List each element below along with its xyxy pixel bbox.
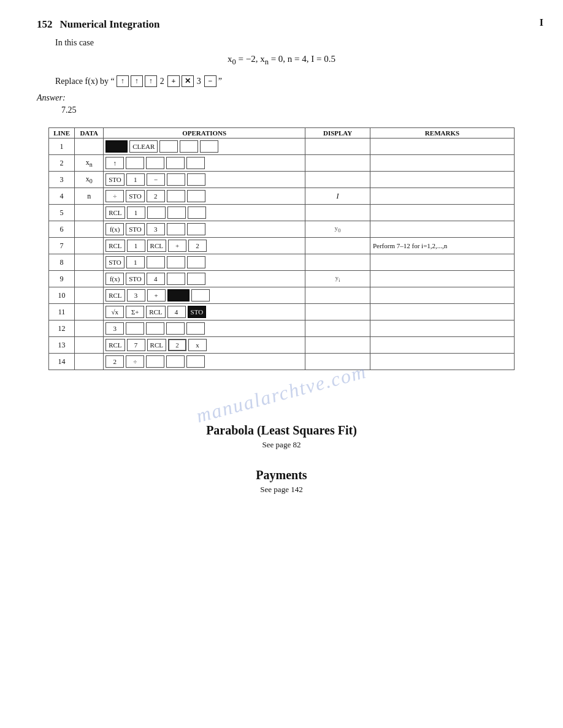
op-button[interactable]: f(x) [105, 223, 124, 235]
op-button[interactable] [105, 140, 128, 153]
op-button[interactable]: √x [105, 306, 124, 318]
op-button[interactable]: 3 [105, 322, 124, 335]
cell-ops: RCL3+ [104, 287, 305, 304]
op-button[interactable]: ÷ [105, 190, 124, 202]
op-button[interactable] [126, 322, 144, 335]
op-button[interactable] [186, 157, 205, 169]
op-button[interactable]: 3 [127, 289, 145, 301]
cell-remarks [370, 221, 514, 238]
section-title: Payments [37, 468, 526, 482]
op-button[interactable]: 1 [127, 207, 145, 219]
table-row: 7RCL1RCL+2Perform 7–12 for i=1,2,...,n [49, 238, 515, 254]
op-button[interactable]: f(x) [105, 273, 124, 285]
op-button[interactable]: x [188, 339, 207, 351]
op-button[interactable]: RCL [146, 306, 165, 318]
op-button[interactable] [147, 256, 165, 268]
cell-data [75, 320, 104, 337]
op-button[interactable] [167, 223, 185, 235]
cell-ops: f(x)STO4 [104, 271, 305, 287]
op-button[interactable] [188, 207, 206, 219]
op-button[interactable]: RCL [147, 339, 166, 351]
op-button[interactable] [186, 355, 205, 368]
op-button[interactable]: 2 [105, 355, 124, 368]
header-line: LINE [49, 128, 75, 138]
op-button[interactable]: ÷ [126, 355, 144, 368]
op-button[interactable]: 2 [188, 240, 207, 252]
op-button[interactable]: STO [105, 256, 124, 268]
op-button[interactable]: 7 [127, 339, 145, 351]
table-row: 10RCL3+ [49, 287, 515, 304]
replace-line: Replace f(x) by “ ↑ ↑ ↑ 2 + ✕ 3 − ” [55, 75, 526, 87]
op-button[interactable]: STO [105, 173, 124, 186]
op-button[interactable]: 4 [147, 273, 165, 285]
op-button[interactable]: RCL [105, 289, 124, 301]
cell-remarks [370, 188, 514, 205]
op-button[interactable]: RCL [147, 240, 166, 252]
op-button[interactable] [167, 289, 190, 301]
op-button[interactable]: − [147, 173, 165, 186]
op-button[interactable] [187, 273, 205, 285]
op-button[interactable]: RCL [105, 207, 124, 219]
op-button[interactable]: Σ+ [126, 306, 144, 318]
op-button[interactable]: + [168, 240, 186, 252]
op-button[interactable]: STO [126, 190, 145, 202]
cell-remarks [370, 271, 514, 287]
op-button[interactable] [166, 322, 185, 335]
cell-ops: √xΣ+RCL4STO [104, 304, 305, 320]
op-button[interactable]: 2 [168, 339, 186, 351]
op-button[interactable]: 2 [147, 190, 165, 202]
op-button[interactable] [191, 289, 210, 301]
op-button[interactable] [167, 173, 185, 186]
op-button[interactable] [166, 355, 185, 368]
op-button[interactable] [146, 322, 164, 335]
op-button[interactable] [186, 322, 205, 335]
cell-display [305, 238, 370, 254]
cell-display [305, 287, 370, 304]
op-button[interactable] [200, 140, 218, 153]
cell-data [75, 287, 104, 304]
op-button[interactable]: ↑ [105, 157, 124, 169]
table-row: 11√xΣ+RCL4STO [49, 304, 515, 320]
op-button[interactable]: STO [188, 306, 207, 318]
cell-line: 5 [49, 205, 75, 221]
op-button[interactable] [187, 223, 205, 235]
table-row: 9f(x)STO4yi [49, 271, 515, 287]
op-button[interactable] [146, 157, 164, 169]
op-button[interactable] [187, 173, 205, 186]
op-button[interactable]: 1 [127, 240, 145, 252]
op-button[interactable]: STO [126, 273, 145, 285]
cell-ops: STO1− [104, 172, 305, 188]
cell-line: 14 [49, 354, 75, 370]
op-button[interactable] [146, 355, 164, 368]
key-minus: − [204, 75, 216, 87]
answer-label: Answer: [37, 93, 526, 103]
op-button[interactable] [147, 207, 166, 219]
op-button[interactable] [180, 140, 198, 153]
op-button[interactable] [166, 157, 185, 169]
op-button[interactable] [167, 190, 185, 202]
op-button[interactable] [126, 157, 144, 169]
op-button[interactable] [187, 256, 205, 268]
op-button[interactable]: 4 [167, 306, 186, 318]
cell-data [75, 304, 104, 320]
cell-ops: 2÷ [104, 354, 305, 370]
op-button[interactable] [167, 207, 186, 219]
op-button[interactable]: RCL [105, 240, 124, 252]
op-button[interactable] [159, 140, 178, 153]
op-button[interactable]: + [147, 289, 166, 301]
cell-remarks [370, 304, 514, 320]
op-button[interactable] [167, 273, 185, 285]
cell-data [75, 271, 104, 287]
op-button[interactable]: STO [126, 223, 145, 235]
cell-data [75, 221, 104, 238]
op-button[interactable]: 1 [126, 256, 145, 268]
op-button[interactable]: CLEAR [129, 140, 158, 153]
op-button[interactable]: RCL [105, 339, 124, 351]
op-button[interactable] [167, 256, 185, 268]
op-button[interactable]: 1 [126, 173, 145, 186]
cell-display [305, 320, 370, 337]
op-button[interactable] [187, 190, 205, 202]
cell-remarks [370, 254, 514, 271]
cell-line: 4 [49, 188, 75, 205]
op-button[interactable]: 3 [147, 223, 165, 235]
